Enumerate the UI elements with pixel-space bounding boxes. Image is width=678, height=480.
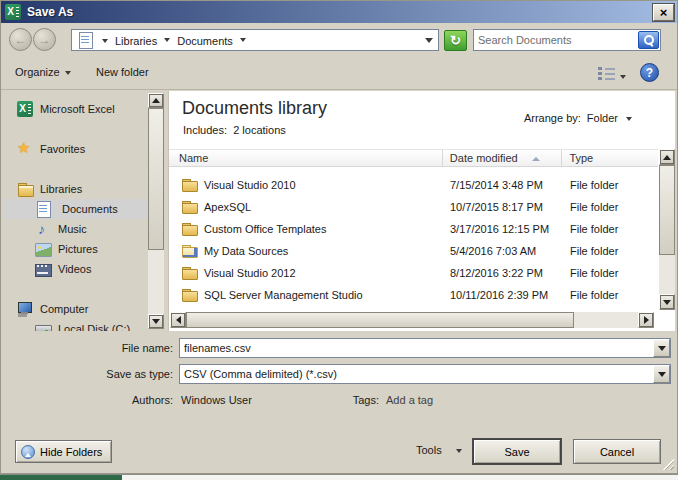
refresh-button[interactable]: ↻ — [444, 30, 467, 51]
scrollbar-thumb[interactable] — [659, 165, 675, 255]
breadcrumb-separator-icon[interactable] — [240, 38, 246, 45]
save-as-type-combobox[interactable]: CSV (Comma delimited) (*.csv) — [179, 364, 671, 384]
sidebar-item-pictures[interactable]: Pictures — [3, 239, 147, 259]
sidebar-item-label: Pictures — [58, 243, 98, 255]
collapse-up-icon — [21, 445, 35, 459]
breadcrumb[interactable]: LibrariesDocuments — [71, 29, 439, 51]
sidebar-item-music[interactable]: Music — [3, 219, 147, 239]
back-button[interactable]: ← — [9, 28, 32, 51]
close-button[interactable]: × — [653, 4, 674, 21]
save-label: Save — [504, 446, 529, 458]
tools-label: Tools — [416, 444, 442, 456]
column-header-name[interactable]: Name — [169, 150, 443, 166]
forward-button[interactable]: → — [33, 28, 56, 51]
breadcrumb-item-documents[interactable]: Documents — [177, 35, 233, 47]
save-as-type-value[interactable]: CSV (Comma delimited) (*.csv) — [184, 368, 337, 380]
type-cell: File folder — [564, 179, 658, 191]
file-row[interactable]: ApexSQL 10/7/2015 8:17 PM File folder — [169, 196, 658, 218]
address-history-dropdown-icon[interactable] — [425, 38, 433, 47]
sidebar-scrollbar[interactable] — [148, 93, 164, 329]
file-row[interactable]: Visual Studio 2010 7/15/2014 3:48 PM Fil… — [169, 174, 658, 196]
file-row[interactable]: Custom Office Templates 3/17/2016 12:15 … — [169, 218, 658, 240]
folder-icon — [181, 199, 197, 215]
file-name-cell: ApexSQL — [169, 199, 444, 215]
close-icon: × — [660, 6, 668, 19]
includes-value[interactable]: 2 locations — [233, 124, 286, 136]
star-icon — [17, 141, 33, 157]
type-cell: File folder — [564, 201, 658, 213]
file-name-value[interactable]: filenames.csv — [184, 342, 251, 354]
tools-dropdown[interactable]: Tools — [416, 444, 467, 456]
scroll-up-button[interactable] — [148, 93, 164, 108]
file-name-dropdown-button[interactable] — [653, 339, 670, 357]
sidebar-item-label: Local Disk (C:) — [58, 323, 130, 331]
sidebar-item-local-disk-c-[interactable]: Local Disk (C:) — [3, 319, 147, 331]
scroll-right-button[interactable] — [638, 312, 654, 328]
arrange-by-value: Folder — [587, 112, 618, 124]
content-area: Microsoft Excel Favorites Libraries Docu… — [1, 91, 677, 331]
column-header-type[interactable]: Type — [562, 150, 658, 166]
forward-arrow-icon: → — [39, 33, 51, 47]
sidebar-item-documents[interactable]: Documents — [3, 199, 147, 219]
breadcrumb-items: LibrariesDocuments — [113, 34, 251, 47]
command-toolbar: Organize New folder ? — [1, 57, 677, 90]
search-button[interactable] — [638, 31, 659, 49]
arrange-by-control[interactable]: Arrange by: Folder — [524, 112, 637, 124]
column-type-label: Type — [569, 152, 593, 164]
file-name-row: File name: filenames.csv — [1, 338, 677, 360]
sidebar-item-label: Computer — [40, 303, 88, 315]
organize-label: Organize — [15, 66, 60, 78]
breadcrumb-item-libraries[interactable]: Libraries — [115, 35, 157, 47]
file-list-horizontal-scrollbar[interactable] — [170, 312, 654, 328]
file-name-cell: My Data Sources — [169, 243, 444, 259]
change-view-icon[interactable] — [598, 66, 615, 80]
sidebar-item-libraries[interactable]: Libraries — [3, 179, 147, 199]
scrollbar-thumb[interactable] — [186, 312, 574, 328]
dropdown-arrow-icon — [658, 346, 666, 355]
file-list-vertical-scrollbar[interactable] — [659, 149, 675, 310]
new-folder-button[interactable]: New folder — [96, 66, 149, 78]
cancel-button[interactable]: Cancel — [573, 439, 661, 464]
scroll-down-button[interactable] — [148, 314, 164, 329]
up-arrow-icon — [152, 94, 160, 103]
organize-button[interactable]: Organize — [15, 66, 76, 78]
data-folder-icon — [181, 243, 197, 259]
sidebar-item-computer[interactable]: Computer — [3, 299, 147, 319]
location-page-icon — [79, 32, 95, 48]
sidebar-item-microsoft-excel[interactable]: Microsoft Excel — [3, 99, 147, 119]
tools-dropdown-icon — [456, 449, 462, 456]
sort-ascending-icon — [532, 153, 540, 161]
down-arrow-icon — [152, 319, 160, 328]
scrollbar-thumb[interactable] — [148, 108, 164, 250]
background-excel-strip — [0, 475, 122, 480]
organize-dropdown-icon — [65, 71, 71, 78]
scroll-left-button[interactable] — [170, 312, 186, 328]
hide-folders-button[interactable]: Hide Folders — [15, 440, 112, 463]
scroll-up-button[interactable] — [659, 149, 675, 165]
library-title: Documents library — [182, 98, 327, 119]
file-list: Visual Studio 2010 7/15/2014 3:48 PM Fil… — [169, 174, 658, 306]
location-dropdown-icon[interactable] — [102, 39, 108, 46]
save-button[interactable]: Save — [473, 439, 561, 464]
column-header-date-modified[interactable]: Date modified — [443, 150, 563, 166]
file-row[interactable]: My Data Sources 5/4/2016 7:03 AM File fo… — [169, 240, 658, 262]
sidebar-item-videos[interactable]: Videos — [3, 259, 147, 279]
authors-value[interactable]: Windows User — [181, 394, 252, 406]
search-box — [473, 29, 661, 51]
breadcrumb-separator-icon[interactable] — [164, 38, 170, 45]
resize-grip-icon[interactable] — [661, 457, 674, 470]
file-name-combobox[interactable]: filenames.csv — [179, 338, 671, 358]
save-as-type-dropdown-button[interactable] — [653, 365, 670, 383]
help-button[interactable]: ? — [640, 63, 659, 82]
file-row[interactable]: SQL Server Management Studio 10/11/2016 … — [169, 284, 658, 306]
includes-label: Includes: — [183, 124, 227, 136]
scroll-down-button[interactable] — [659, 294, 675, 310]
column-name-label: Name — [179, 152, 208, 164]
search-input[interactable] — [474, 34, 638, 46]
sidebar-item-favorites[interactable]: Favorites — [3, 139, 147, 159]
title-bar: Save As × — [1, 1, 677, 23]
tags-value[interactable]: Add a tag — [386, 394, 433, 406]
view-dropdown-icon[interactable] — [620, 75, 626, 82]
arrange-by-dropdown-icon — [626, 117, 632, 124]
file-row[interactable]: Visual Studio 2012 8/12/2016 3:22 PM Fil… — [169, 262, 658, 284]
